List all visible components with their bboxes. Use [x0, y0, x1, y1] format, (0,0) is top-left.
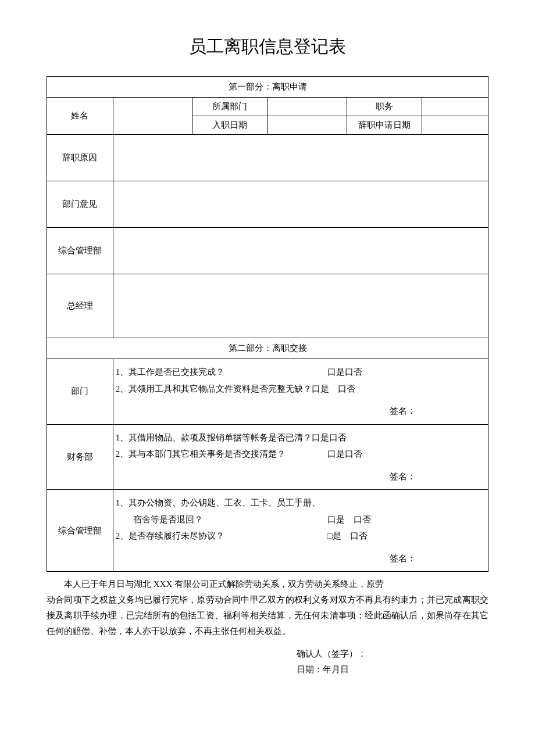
finance-item1: 1、其借用物品、款项及报销单据等帐务是否已清？口是口否: [116, 429, 486, 446]
dept-opinion-row: 部门意见: [47, 181, 488, 228]
form-table: 第一部分：离职申请 姓名 所属部门 职务 入职日期 辞职申请日期 辞职原因 部门…: [47, 76, 488, 572]
field-handover-finance[interactable]: 1、其借用物品、款项及报销单据等帐务是否已清？口是口否 2、其与本部门其它相关事…: [113, 424, 488, 490]
field-resign-reason[interactable]: [113, 135, 488, 181]
declaration-line2: 动合同项下之权益义务均已履行完毕，原劳动合同中甲乙双方的权利义务对双方不再具有约…: [47, 592, 488, 639]
finance-item2: 2、其与本部门其它相关事务是否交接清楚？: [116, 446, 325, 463]
label-gen-mgmt: 综合管理部: [47, 228, 113, 274]
label-name: 姓名: [47, 98, 113, 135]
footer-date[interactable]: 日期：年月日: [297, 662, 488, 678]
label-department: 所属部门: [192, 98, 268, 116]
genmgmt-item1-opts[interactable]: 口是 口否: [327, 511, 403, 528]
label-gm: 总经理: [47, 274, 113, 338]
dept-item1: 1、其工作是否已交接完成？: [116, 364, 325, 381]
declaration-block: 本人已于年月日与湖北 XXX 有限公司正式解除劳动关系，双方劳动关系终止，原劳 …: [47, 576, 488, 639]
section1-header-row: 第一部分：离职申请: [47, 77, 488, 98]
genmgmt-item2: 2、是否存续履行未尽协议？: [116, 528, 325, 544]
genmgmt-sign[interactable]: 签名：: [116, 550, 486, 567]
genmgmt-item1a: 1、其办公物资、办公钥匙、工衣、工卡、员工手册、: [116, 495, 486, 511]
field-name[interactable]: [113, 98, 192, 135]
section2-header: 第二部分：离职交接: [47, 338, 488, 359]
field-handover-dept[interactable]: 1、其工作是否已交接完成？ 口是口否 2、其领用工具和其它物品文件资料是否完整无…: [113, 359, 488, 425]
label-resign-date: 辞职申请日期: [347, 116, 422, 135]
basic-info-row1: 姓名 所属部门 职务: [47, 98, 488, 116]
label-dept-opinion: 部门意见: [47, 181, 113, 228]
field-department[interactable]: [268, 98, 347, 116]
gm-row: 总经理: [47, 274, 488, 338]
label-position: 职务: [347, 98, 422, 116]
dept-sign[interactable]: 签名：: [116, 403, 486, 420]
label-handover-dept: 部门: [47, 359, 113, 425]
handover-genmgmt-row: 综合管理部 1、其办公物资、办公钥匙、工衣、工卡、员工手册、 宿舍等是否退回？ …: [47, 490, 488, 572]
section2-header-row: 第二部分：离职交接: [47, 338, 488, 359]
footer-sign-block: 确认人（签字）： 日期：年月日: [47, 646, 488, 678]
dept-item2: 2、其领用工具和其它物品文件资料是否完整无缺？口是 口否: [116, 381, 486, 397]
label-handover-genmgmt: 综合管理部: [47, 490, 113, 572]
finance-item2-opts[interactable]: 口是口否: [327, 446, 403, 463]
field-gen-mgmt[interactable]: [113, 228, 488, 274]
footer-confirm[interactable]: 确认人（签字）：: [297, 646, 488, 662]
page-title: 员工离职信息登记表: [47, 35, 488, 59]
field-handover-genmgmt[interactable]: 1、其办公物资、办公钥匙、工衣、工卡、员工手册、 宿舍等是否退回？ 口是 口否 …: [113, 490, 488, 572]
gen-mgmt-row: 综合管理部: [47, 228, 488, 274]
resign-reason-row: 辞职原因: [47, 135, 488, 181]
handover-finance-row: 财务部 1、其借用物品、款项及报销单据等帐务是否已清？口是口否 2、其与本部门其…: [47, 424, 488, 490]
genmgmt-item2-opts[interactable]: □是 口否: [327, 528, 403, 544]
field-entry-date[interactable]: [268, 116, 347, 135]
field-dept-opinion[interactable]: [113, 181, 488, 228]
finance-sign[interactable]: 签名：: [116, 468, 486, 485]
section1-header: 第一部分：离职申请: [47, 77, 488, 98]
label-handover-finance: 财务部: [47, 424, 113, 490]
field-gm[interactable]: [113, 274, 488, 338]
label-entry-date: 入职日期: [192, 116, 268, 135]
handover-dept-row: 部门 1、其工作是否已交接完成？ 口是口否 2、其领用工具和其它物品文件资料是否…: [47, 359, 488, 425]
genmgmt-item1b: 宿舍等是否退回？: [116, 511, 325, 528]
field-resign-date[interactable]: [422, 116, 488, 135]
label-resign-reason: 辞职原因: [47, 135, 113, 181]
field-position[interactable]: [422, 98, 488, 116]
declaration-line1: 本人已于年月日与湖北 XXX 有限公司正式解除劳动关系，双方劳动关系终止，原劳: [47, 576, 488, 592]
dept-item1-opts[interactable]: 口是口否: [327, 364, 403, 381]
